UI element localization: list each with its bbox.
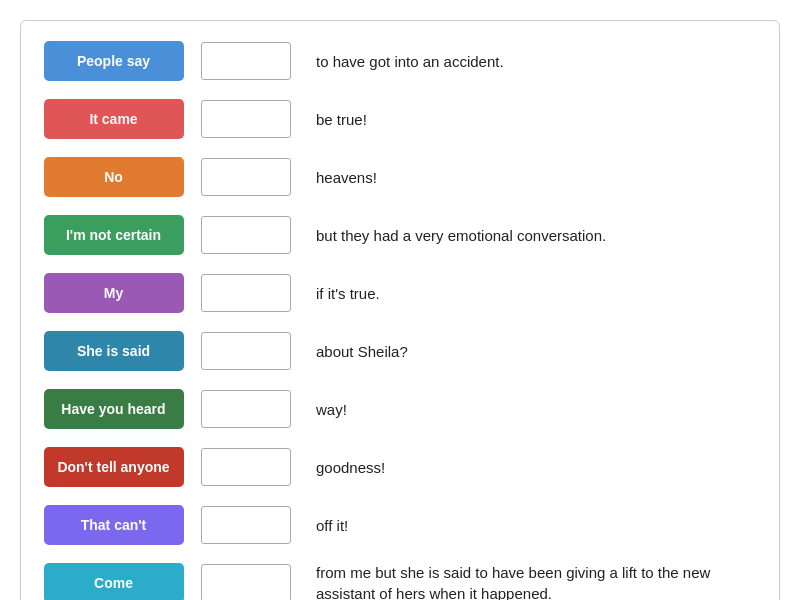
drop-zone-column [201,274,301,312]
completion-text-5: if it's true. [311,283,764,304]
drag-button-3[interactable]: No [44,157,184,197]
row-2: It camebe true! [36,94,764,144]
button-column: My [36,273,191,313]
completion-text-10: from me but she is said to have been giv… [311,562,764,600]
button-column: Don't tell anyone [36,447,191,487]
drop-zone-column [201,506,301,544]
drag-button-10[interactable]: Come [44,563,184,600]
drop-box-2[interactable] [201,100,291,138]
completion-text-7: way! [311,399,764,420]
drop-box-7[interactable] [201,390,291,428]
button-column: That can't [36,505,191,545]
main-container: People sayto have got into an accident.I… [20,20,780,600]
row-5: Myif it's true. [36,268,764,318]
completion-text-4: but they had a very emotional conversati… [311,225,764,246]
drag-button-2[interactable]: It came [44,99,184,139]
drop-zone-column [201,332,301,370]
row-7: Have you heardway! [36,384,764,434]
button-column: She is said [36,331,191,371]
drop-box-9[interactable] [201,506,291,544]
button-column: People say [36,41,191,81]
drop-box-10[interactable] [201,564,291,600]
drag-button-6[interactable]: She is said [44,331,184,371]
drag-button-8[interactable]: Don't tell anyone [44,447,184,487]
drop-zone-column [201,100,301,138]
drop-box-4[interactable] [201,216,291,254]
drop-box-6[interactable] [201,332,291,370]
drop-box-3[interactable] [201,158,291,196]
row-8: Don't tell anyonegoodness! [36,442,764,492]
completion-text-2: be true! [311,109,764,130]
drop-zone-column [201,390,301,428]
button-column: Have you heard [36,389,191,429]
drop-zone-column [201,216,301,254]
completion-text-1: to have got into an accident. [311,51,764,72]
row-10: Comefrom me but she is said to have been… [36,558,764,600]
button-column: It came [36,99,191,139]
row-3: Noheavens! [36,152,764,202]
row-9: That can'toff it! [36,500,764,550]
drop-box-8[interactable] [201,448,291,486]
row-1: People sayto have got into an accident. [36,36,764,86]
completion-text-3: heavens! [311,167,764,188]
drop-box-1[interactable] [201,42,291,80]
drag-button-4[interactable]: I'm not certain [44,215,184,255]
drag-button-1[interactable]: People say [44,41,184,81]
drop-zone-column [201,448,301,486]
completion-text-6: about Sheila? [311,341,764,362]
drop-zone-column [201,42,301,80]
drop-zone-column [201,158,301,196]
row-6: She is saidabout Sheila? [36,326,764,376]
button-column: I'm not certain [36,215,191,255]
button-column: No [36,157,191,197]
drop-box-5[interactable] [201,274,291,312]
drag-button-9[interactable]: That can't [44,505,184,545]
drag-button-7[interactable]: Have you heard [44,389,184,429]
row-4: I'm not certainbut they had a very emoti… [36,210,764,260]
completion-text-8: goodness! [311,457,764,478]
drop-zone-column [201,564,301,600]
drag-button-5[interactable]: My [44,273,184,313]
button-column: Come [36,563,191,600]
completion-text-9: off it! [311,515,764,536]
